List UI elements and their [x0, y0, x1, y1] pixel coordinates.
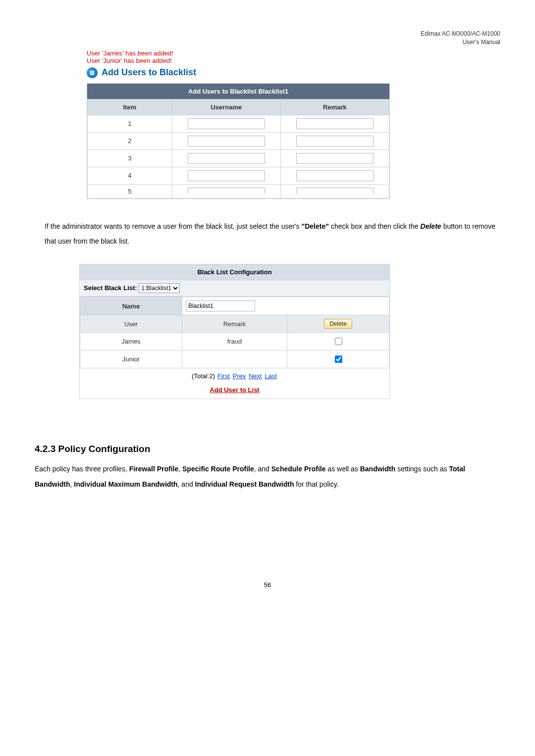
paragraph-delete-instruction: If the administrator wants to remove a u…	[45, 219, 495, 250]
col-remark: Remark	[280, 99, 389, 115]
table-row: 1	[88, 115, 389, 132]
user-cell: Junior	[80, 351, 182, 368]
username-input[interactable]	[188, 188, 265, 194]
username-input[interactable]	[188, 170, 265, 181]
remark-input[interactable]	[296, 170, 374, 181]
remark-cell	[182, 351, 287, 368]
col-item: Item	[88, 99, 172, 115]
bold-italic-delete: Delete	[421, 222, 441, 230]
table-row: 2	[88, 132, 389, 150]
bold-delete: "Delete"	[302, 222, 329, 230]
pager-first[interactable]: First	[217, 372, 230, 380]
select-blacklist-row: Select Black List: 1:Blacklist1	[80, 280, 389, 297]
username-input[interactable]	[188, 118, 265, 129]
blacklist-name-input[interactable]	[186, 301, 255, 311]
select-blacklist-label: Select Black List:	[84, 284, 137, 292]
section-title-text: Add Users to Blacklist	[102, 67, 196, 78]
config-table: Name User Remark Delete James fraud Juni…	[80, 297, 389, 368]
paragraph-policy-description: Each policy has three profiles, Firewall…	[35, 461, 500, 492]
blacklist-config-panel: Black List Configuration Select Black Li…	[79, 264, 390, 399]
add-users-table: Item Username Remark 1 2 3 4 5	[87, 99, 389, 199]
header-line1: Edimax AC-M3000/AC-M1000	[421, 30, 500, 37]
pager-prev[interactable]: Prev	[233, 372, 246, 380]
item-number: 1	[88, 115, 172, 132]
item-number: 3	[88, 150, 172, 167]
heading-policy-configuration: 4.2.3 Policy Configuration	[35, 444, 500, 454]
remark-cell: fraud	[182, 333, 287, 351]
pager-next[interactable]: Next	[249, 372, 262, 380]
item-number: 2	[88, 132, 172, 150]
table-row: Junior	[80, 351, 389, 368]
col-remark: Remark	[182, 315, 287, 333]
delete-checkbox[interactable]	[335, 338, 342, 345]
username-input[interactable]	[188, 136, 265, 147]
remark-input[interactable]	[296, 118, 374, 129]
header-line2: User's Manual	[463, 39, 500, 46]
pager: (Total:2) First Prev Next Last	[80, 368, 389, 384]
text: check box and then click the	[329, 222, 421, 230]
pager-total: (Total:2)	[192, 372, 217, 380]
status-message-2: User 'Junior' has been added!	[87, 57, 500, 64]
remark-input[interactable]	[296, 188, 374, 194]
add-user-to-list-link[interactable]: Add User to List	[210, 386, 259, 394]
item-number: 5	[88, 184, 172, 198]
config-title: Black List Configuration	[80, 264, 389, 280]
pager-last[interactable]: Last	[265, 372, 277, 380]
grid-icon: ⊞	[87, 67, 98, 78]
name-label: Name	[80, 297, 182, 315]
table-row: 3	[88, 150, 389, 167]
doc-header: Edimax AC-M3000/AC-M1000 User's Manual	[35, 30, 500, 47]
remark-input[interactable]	[296, 153, 374, 164]
text: If the administrator wants to remove a u…	[45, 222, 302, 230]
add-users-table-title: Add Users to Blacklist Blacklist1	[87, 84, 389, 99]
col-user: User	[80, 315, 182, 333]
blacklist-select[interactable]: 1:Blacklist1	[139, 283, 180, 293]
user-cell: James	[80, 333, 182, 351]
remark-input[interactable]	[296, 136, 374, 147]
col-username: Username	[172, 99, 280, 115]
item-number: 4	[88, 167, 172, 184]
add-users-panel: Add Users to Blacklist Blacklist1 Item U…	[87, 83, 390, 199]
table-row: 4	[88, 167, 389, 184]
page-number: 56	[35, 581, 500, 589]
table-row: James fraud	[80, 333, 389, 351]
section-title: ⊞ Add Users to Blacklist	[87, 67, 500, 78]
delete-button[interactable]: Delete	[324, 319, 352, 329]
delete-checkbox[interactable]	[335, 355, 342, 363]
status-message-1: User 'James' has been added!	[87, 50, 500, 57]
username-input[interactable]	[188, 153, 265, 164]
table-row: 5	[88, 184, 389, 198]
